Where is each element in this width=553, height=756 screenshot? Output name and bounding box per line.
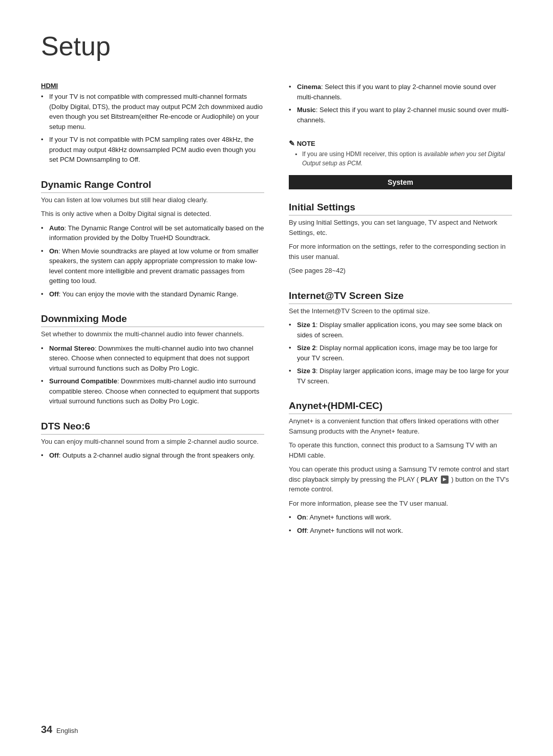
dts-neo-bullet-off: Off: Outputs a 2-channel audio signal th…	[41, 450, 264, 461]
dynamic-range-section: Dynamic Range Control You can listen at …	[41, 179, 264, 299]
cinema-music-section: Cinema: Select this if you want to play …	[289, 82, 512, 125]
dts-neo-heading: DTS Neo:6	[41, 421, 264, 435]
dynamic-range-bullets: Auto: The Dynamic Range Control will be …	[41, 223, 264, 299]
dts-neo-desc: You can enjoy multi-channel sound from a…	[41, 437, 264, 447]
note-list: If you are using HDMI receiver, this opt…	[295, 149, 512, 168]
hdmi-bullet-2: If your TV is not compatible with PCM sa…	[41, 135, 264, 165]
internet-tv-bullets: Size 1: Display smaller application icon…	[289, 320, 512, 386]
page: Setup HDMI If your TV is not compatible …	[0, 0, 553, 756]
downmixing-heading: Downmixing Mode	[41, 313, 264, 327]
left-column: HDMI If your TV is not compatible with c…	[41, 82, 264, 550]
internet-tv-size1: Size 1: Display smaller application icon…	[289, 320, 512, 340]
note-item-1: If you are using HDMI receiver, this opt…	[295, 149, 512, 168]
page-title: Setup	[41, 31, 512, 61]
right-column: Cinema: Select this if you want to play …	[289, 82, 512, 550]
internet-tv-size3: Size 3: Display larger application icons…	[289, 366, 512, 386]
dts-neo-section: DTS Neo:6 You can enjoy multi-channel so…	[41, 421, 264, 461]
anynet-bullet-off: Off: Anynet+ functions will not work.	[289, 526, 512, 536]
downmixing-desc: Set whether to downmix the multi-channel…	[41, 329, 264, 339]
anynet-bullet-on: On: Anynet+ functions will work.	[289, 512, 512, 523]
initial-settings-desc3: (See pages 28~42)	[289, 266, 512, 276]
note-label: ✎ NOTE	[289, 139, 512, 147]
cinema-music-bullets: Cinema: Select this if you want to play …	[289, 82, 512, 125]
internet-tv-desc: Set the Internet@TV Screen to the optima…	[289, 306, 512, 316]
dynamic-range-heading: Dynamic Range Control	[41, 179, 264, 193]
note-block: ✎ NOTE If you are using HDMI receiver, t…	[289, 139, 512, 168]
footer-language: English	[56, 727, 78, 735]
dynamic-range-desc2: This is only active when a Dolby Digital…	[41, 209, 264, 219]
two-column-layout: HDMI If your TV is not compatible with c…	[41, 82, 512, 550]
music-bullet: Music: Select this if you want to play 2…	[289, 105, 512, 125]
page-footer: 34 English	[41, 724, 78, 736]
cinema-bullet: Cinema: Select this if you want to play …	[289, 82, 512, 102]
downmixing-bullet-normal: Normal Stereo: Downmixes the multi-chann…	[41, 343, 264, 374]
dynamic-range-bullet-auto: Auto: The Dynamic Range Control will be …	[41, 223, 264, 243]
dynamic-range-bullet-on: On: When Movie soundtracks are played at…	[41, 246, 264, 286]
system-header: System	[289, 175, 512, 189]
dynamic-range-bullet-off: Off: You can enjoy the movie with the st…	[41, 289, 264, 299]
dynamic-range-desc1: You can listen at low volumes but still …	[41, 195, 264, 205]
anynet-heading: Anynet+(HDMI-CEC)	[289, 400, 512, 414]
dts-neo-bullets: Off: Outputs a 2-channel audio signal th…	[41, 450, 264, 461]
hdmi-heading: HDMI	[41, 82, 264, 90]
downmixing-bullets: Normal Stereo: Downmixes the multi-chann…	[41, 343, 264, 406]
anynet-section: Anynet+(HDMI-CEC) Anynet+ is a convenien…	[289, 400, 512, 535]
initial-settings-desc1: By using Initial Settings, you can set l…	[289, 218, 512, 237]
initial-settings-heading: Initial Settings	[289, 202, 512, 215]
anynet-desc1: Anynet+ is a convenient function that of…	[289, 416, 512, 436]
anynet-desc3: You can operate this product using a Sam…	[289, 464, 512, 494]
anynet-bullets: On: Anynet+ functions will work. Off: An…	[289, 512, 512, 535]
page-number: 34	[41, 724, 52, 735]
hdmi-bullet-1: If your TV is not compatible with compre…	[41, 92, 264, 132]
downmixing-section: Downmixing Mode Set whether to downmix t…	[41, 313, 264, 406]
initial-settings-desc2: For more information on the settings, re…	[289, 242, 512, 262]
downmixing-bullet-surround: Surround Compatible: Downmixes multi-cha…	[41, 376, 264, 406]
hdmi-bullet-list: If your TV is not compatible with compre…	[41, 92, 264, 165]
internet-tv-size2: Size 2: Display normal application icons…	[289, 343, 512, 363]
play-icon: ▶	[441, 476, 449, 484]
initial-settings-section: Initial Settings By using Initial Settin…	[289, 202, 512, 276]
internet-tv-heading: Internet@TV Screen Size	[289, 290, 512, 304]
internet-tv-section: Internet@TV Screen Size Set the Internet…	[289, 290, 512, 386]
anynet-desc2: To operate this function, connect this p…	[289, 440, 512, 460]
pencil-icon: ✎	[289, 139, 295, 147]
anynet-desc4: For more information, please see the TV …	[289, 499, 512, 509]
hdmi-section: HDMI If your TV is not compatible with c…	[41, 82, 264, 165]
